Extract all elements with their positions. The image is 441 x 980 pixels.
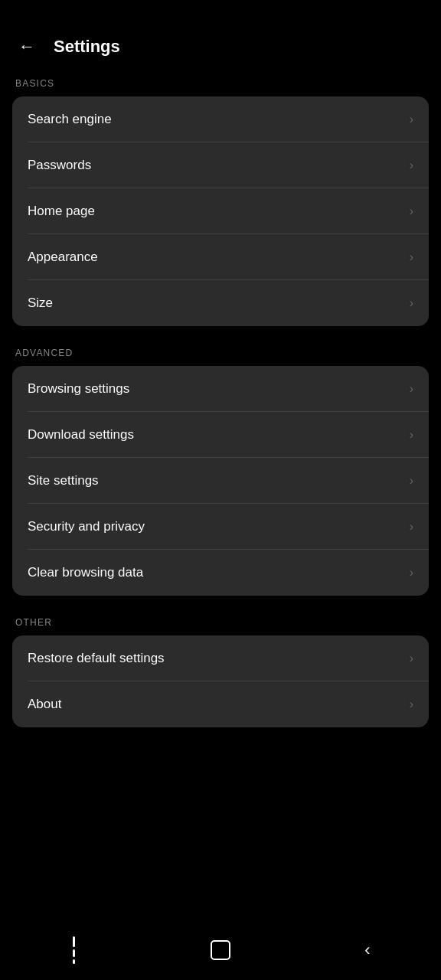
size-item[interactable]: Size › — [12, 280, 429, 326]
browsing-settings-item[interactable]: Browsing settings › — [12, 366, 429, 412]
settings-content: BASICS Search engine › Passwords › Home … — [0, 78, 441, 810]
restore-default-settings-chevron-icon: › — [410, 652, 413, 665]
recent-apps-icon — [73, 936, 75, 964]
browsing-settings-chevron-icon: › — [410, 382, 413, 396]
passwords-item[interactable]: Passwords › — [12, 142, 429, 188]
home-icon — [211, 940, 230, 960]
home-page-item[interactable]: Home page › — [12, 188, 429, 234]
recent-apps-button[interactable] — [51, 935, 96, 965]
back-arrow-icon: ← — [18, 37, 35, 57]
search-engine-item[interactable]: Search engine › — [12, 96, 429, 142]
browsing-settings-label: Browsing settings — [28, 381, 129, 397]
basics-card: Search engine › Passwords › Home page › … — [12, 96, 429, 326]
back-nav-icon: ‹ — [364, 940, 370, 960]
clear-browsing-data-item[interactable]: Clear browsing data › — [12, 550, 429, 596]
security-privacy-chevron-icon: › — [410, 520, 413, 534]
site-settings-item[interactable]: Site settings › — [12, 458, 429, 504]
search-engine-chevron-icon: › — [410, 113, 413, 126]
search-engine-label: Search engine — [28, 112, 112, 127]
security-privacy-label: Security and privacy — [28, 519, 145, 534]
restore-default-settings-label: Restore default settings — [28, 651, 165, 666]
about-label: About — [28, 697, 61, 712]
passwords-label: Passwords — [28, 158, 91, 173]
page-title: Settings — [54, 37, 120, 57]
site-settings-chevron-icon: › — [410, 474, 413, 488]
back-nav-button[interactable]: ‹ — [345, 935, 390, 965]
restore-default-settings-item[interactable]: Restore default settings › — [12, 635, 429, 681]
passwords-chevron-icon: › — [410, 158, 413, 172]
bottom-navigation: ‹ — [0, 926, 441, 980]
about-chevron-icon: › — [410, 697, 413, 711]
advanced-section: ADVANCED Browsing settings › Download se… — [0, 348, 441, 596]
basics-section-label: BASICS — [0, 78, 441, 96]
download-settings-item[interactable]: Download settings › — [12, 412, 429, 458]
appearance-item[interactable]: Appearance › — [12, 234, 429, 280]
home-page-label: Home page — [28, 204, 95, 219]
size-label: Size — [28, 296, 53, 311]
basics-section: BASICS Search engine › Passwords › Home … — [0, 78, 441, 326]
about-item[interactable]: About › — [12, 681, 429, 727]
back-button[interactable]: ← — [12, 31, 41, 63]
appearance-label: Appearance — [28, 250, 98, 265]
advanced-section-label: ADVANCED — [0, 348, 441, 366]
advanced-card: Browsing settings › Download settings › … — [12, 366, 429, 596]
home-button[interactable] — [198, 935, 243, 965]
download-settings-label: Download settings — [28, 427, 134, 443]
clear-browsing-data-label: Clear browsing data — [28, 565, 143, 580]
clear-browsing-data-chevron-icon: › — [410, 566, 413, 580]
other-section: OTHER Restore default settings › About › — [0, 617, 441, 727]
other-card: Restore default settings › About › — [12, 635, 429, 727]
home-page-chevron-icon: › — [410, 204, 413, 218]
appearance-chevron-icon: › — [410, 250, 413, 264]
other-section-label: OTHER — [0, 617, 441, 635]
site-settings-label: Site settings — [28, 473, 99, 488]
header: ← Settings — [0, 0, 441, 78]
size-chevron-icon: › — [410, 296, 413, 310]
security-privacy-item[interactable]: Security and privacy › — [12, 504, 429, 550]
download-settings-chevron-icon: › — [410, 428, 413, 442]
